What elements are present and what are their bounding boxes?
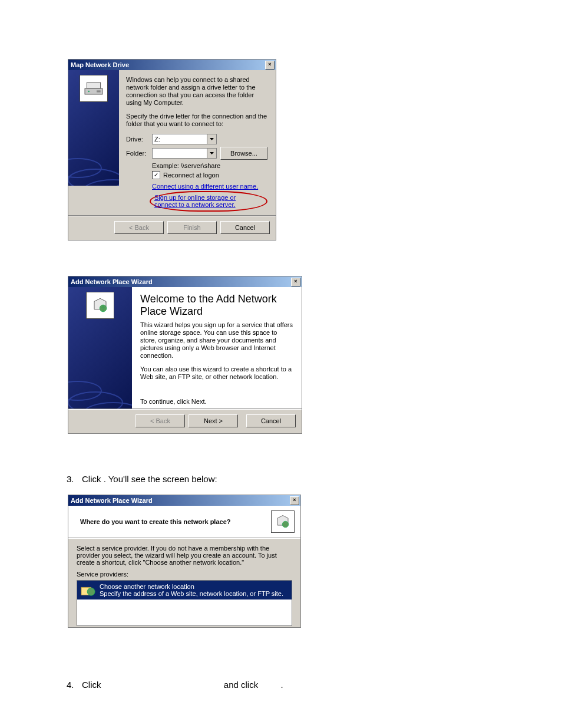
example-text: Example: \\server\share [152, 162, 267, 169]
browse-button[interactable]: Browse... [220, 147, 267, 160]
svg-marker-7 [210, 138, 214, 140]
map-network-drive-dialog: Map Network Drive × [68, 59, 276, 241]
wizard-content: Welcome to the Add Network Place Wizard … [132, 287, 302, 409]
step-text-a: Click [82, 680, 104, 690]
list-item[interactable]: Choose another network location Specify … [77, 581, 292, 599]
cancel-button[interactable]: Cancel [246, 414, 296, 427]
svg-point-13 [282, 521, 289, 528]
online-storage-link[interactable]: Sign up for online storage or connect to… [154, 194, 259, 208]
svg-point-12 [82, 403, 132, 409]
close-icon[interactable]: × [265, 61, 275, 70]
instruction-step-3: 3. Click . You'll see the screen below: [68, 474, 494, 484]
step-text-b: . You'll see the screen below: [104, 474, 217, 484]
next-button[interactable]: Next > [189, 414, 238, 427]
list-item-subtitle: Specify the address of a Web site, netwo… [100, 590, 283, 597]
wizard-banner: Where do you want to create this network… [68, 506, 300, 538]
drive-label: Drive: [126, 136, 152, 143]
window-title: Add Network Place Wizard [71, 278, 153, 285]
wizard-sidebar-graphic [68, 287, 132, 409]
close-icon[interactable]: × [290, 496, 299, 505]
network-place-icon [271, 510, 295, 533]
highlighted-link-oval: Sign up for online storage or connect to… [150, 191, 267, 212]
step-number: 3. [67, 474, 82, 484]
chevron-down-icon [207, 134, 216, 144]
button-row: < Back Finish Cancel [68, 216, 276, 240]
step-text-c: . [281, 680, 283, 690]
intro-text-1: Windows can help you connect to a shared… [126, 76, 267, 107]
wizard-sidebar-graphic [68, 70, 119, 186]
svg-point-2 [88, 91, 90, 93]
window-title: Map Network Drive [71, 61, 129, 68]
instruction-step-4: 4. Click and click . [68, 680, 494, 690]
button-row: < Back Next > Cancel [68, 410, 302, 433]
step-text-a: Click [82, 474, 104, 484]
folder-combo[interactable] [152, 148, 217, 159]
finish-button: Finish [167, 221, 217, 234]
checkbox-checked-icon: ✓ [152, 171, 160, 179]
reconnect-checkbox[interactable]: ✓ Reconnect at logon [152, 171, 267, 179]
drive-value: Z: [154, 136, 160, 143]
titlebar: Add Network Place Wizard × [68, 495, 300, 506]
svg-point-10 [68, 381, 101, 400]
titlebar: Add Network Place Wizard × [68, 276, 302, 287]
svg-marker-8 [210, 152, 214, 154]
wizard-heading: Welcome to the Add Network Place Wizard [140, 293, 293, 318]
list-item-title: Choose another network location [100, 583, 283, 590]
wizard-p1: This wizard helps you sign up for a serv… [140, 321, 293, 360]
close-icon[interactable]: × [291, 278, 300, 286]
drive-icon [80, 75, 108, 102]
network-place-icon [86, 292, 114, 319]
window-title: Add Network Place Wizard [71, 497, 153, 504]
svg-rect-3 [97, 90, 101, 92]
svg-rect-0 [87, 83, 100, 88]
globe-folder-icon [80, 582, 97, 598]
intro-text-2: Specify the drive letter for the connect… [126, 113, 267, 128]
svg-point-15 [87, 588, 95, 595]
wizard-p2: You can also use this wizard to create a… [140, 365, 293, 381]
cancel-button[interactable]: Cancel [220, 221, 270, 234]
chevron-down-icon [207, 149, 216, 158]
banner-question: Where do you want to create this network… [74, 518, 231, 525]
drive-select[interactable]: Z: [152, 134, 217, 144]
back-button: < Back [114, 221, 164, 234]
continue-text: To continue, click Next. [140, 398, 293, 405]
provider-description: Select a service provider. If you do not… [77, 545, 292, 566]
add-network-place-provider-dialog: Add Network Place Wizard × Where do you … [68, 495, 301, 628]
svg-point-4 [68, 159, 101, 177]
wizard-content: Windows can help you connect to a shared… [119, 70, 276, 215]
folder-label: Folder: [126, 150, 152, 157]
different-user-link[interactable]: Connect using a different user name. [152, 183, 258, 190]
step-number: 4. [67, 680, 82, 690]
titlebar: Map Network Drive × [68, 60, 276, 70]
svg-point-6 [82, 180, 119, 186]
back-button: < Back [135, 414, 185, 427]
service-providers-label: Service providers: [77, 571, 292, 578]
step-text-b: and click [224, 680, 261, 690]
add-network-place-welcome-dialog: Add Network Place Wizard × [68, 276, 302, 434]
service-providers-list[interactable]: Choose another network location Specify … [77, 580, 292, 626]
reconnect-label: Reconnect at logon [163, 172, 219, 179]
